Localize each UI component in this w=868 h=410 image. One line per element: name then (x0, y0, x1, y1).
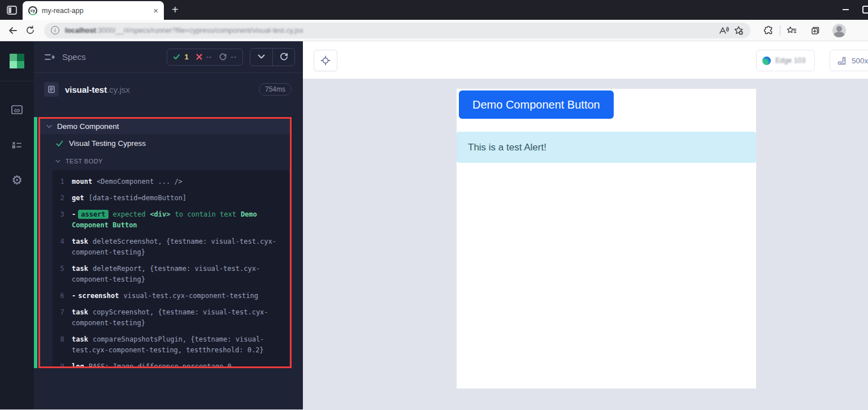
test-stats: 1 -- -- (167, 49, 243, 66)
suite-header[interactable]: Demo Component (40, 119, 290, 134)
command-row[interactable]: 2 get[data-testid=demoButton] (53, 193, 284, 204)
test-alert: This is a test Alert! (457, 132, 756, 163)
site-info-icon[interactable]: i (51, 26, 59, 34)
command-row[interactable]: 9 logPASS: Image difference percentage 0 (53, 361, 284, 368)
profile-avatar[interactable] (832, 24, 846, 37)
app-under-test-viewport: Demo Component Button This is a test Ale… (457, 89, 756, 389)
settings-gear-icon[interactable]: ⚙ (11, 173, 23, 187)
demo-component-button[interactable]: Demo Component Button (459, 90, 614, 119)
command-segment: log (72, 362, 84, 368)
read-aloud-icon[interactable] (717, 23, 731, 38)
window-control-partial-icon[interactable] (862, 6, 868, 14)
specs-header-buttons (250, 48, 295, 66)
command-line-number: 8 (53, 334, 72, 356)
command-content: get[data-testid=demoButton] (72, 193, 284, 204)
command-segment: deleteScreenshot, {testname: visual-test… (72, 238, 276, 256)
favorites-icon[interactable] (784, 23, 800, 38)
spec-file-ext: .cy.jsx (107, 85, 130, 94)
cypress-app: ⚙ Specs 1 -- -- (0, 41, 868, 409)
command-segment: <div> (150, 210, 170, 218)
command-segment: - (72, 292, 76, 300)
command-segment: get (72, 194, 84, 202)
close-tab-icon[interactable]: × (153, 6, 158, 15)
specs-title: Specs (62, 52, 86, 62)
command-content: mount<DemoComponent ... /> (72, 176, 284, 187)
command-line-number: 3 (53, 209, 72, 231)
command-segment: task (72, 265, 88, 273)
command-segment: screenshot (78, 292, 119, 300)
command-row[interactable]: 4 taskdeleteScreenshot, {testname: visua… (53, 236, 284, 258)
command-row[interactable]: 8 taskcompareSnapshotsPlugin, {testname:… (53, 334, 284, 356)
command-segment: to contain text (175, 210, 236, 218)
command-content: taskcopyScreenshot, {testname: visual-te… (72, 307, 284, 329)
pending-count: -- (231, 53, 237, 61)
test-body-label: TEST BODY (66, 158, 103, 165)
annotation-box: Demo Component Visual Testing Cypress TE… (38, 117, 292, 368)
failed-count: -- (206, 53, 212, 61)
command-row[interactable]: 1 mount<DemoComponent ... /> (53, 176, 284, 187)
command-line-number: 6 (53, 291, 72, 301)
passed-count: 1 (184, 53, 188, 61)
command-segment: task (72, 308, 88, 316)
edge-browser-icon (762, 57, 771, 65)
browser-tab-bar: cy my-react-app × + (0, 0, 868, 20)
minimize-window-icon[interactable] (843, 9, 849, 10)
command-segment: - (72, 210, 76, 218)
toolbar-divider (780, 25, 780, 36)
viewport-size-button[interactable]: 500x (830, 50, 868, 71)
passed-check-icon (173, 53, 180, 61)
browser-select-dropdown[interactable]: Edge 103 (756, 50, 815, 71)
rerun-button[interactable] (272, 49, 294, 66)
command-segment: copyScreenshot, {testname: visual-test.c… (72, 308, 268, 327)
chevron-down-icon (55, 159, 60, 163)
command-segment: compareSnapshotsPlugin, {testname: visua… (72, 335, 264, 354)
test-row[interactable]: Visual Testing Cypress (40, 134, 290, 153)
selector-playground-button[interactable] (314, 50, 337, 71)
command-content: logPASS: Image difference percentage 0 (72, 361, 284, 368)
new-tab-button[interactable]: + (172, 3, 179, 16)
refresh-icon[interactable] (21, 22, 38, 39)
sidebar-divider (0, 81, 34, 81)
stage: Edge 103 500x Demo Component Button This… (303, 41, 868, 409)
collapse-sidebar-icon[interactable] (44, 53, 55, 62)
command-segment: task (72, 335, 88, 343)
url-text: localhost:3000/__/#/specs/runner?file=cy… (65, 27, 717, 34)
cypress-logo-icon[interactable] (10, 54, 24, 68)
command-row[interactable]: 6 -screenshotvisual-test.cyx-component-t… (53, 291, 284, 301)
collapse-all-button[interactable] (250, 49, 272, 66)
viewport-size-label: 500x (852, 57, 868, 65)
browser-select-label: Edge 103 (775, 57, 806, 64)
command-content: -assertexpected<div>to contain textDemo … (72, 209, 284, 231)
app-sidebar: ⚙ (0, 41, 34, 409)
command-segment: <DemoComponent ... /> (97, 178, 183, 185)
tab-title: my-react-app (42, 7, 149, 15)
browser-window: cy my-react-app × + i localhost:3000/__/… (0, 0, 868, 410)
command-row[interactable]: 3 -assertexpected<div>to contain textDem… (53, 209, 284, 231)
failed-x-icon (196, 54, 202, 60)
command-log: 1 mount<DemoComponent ... /> 2 get[data-… (53, 170, 289, 368)
sidebar-item-runs[interactable] (10, 138, 24, 152)
command-content: -screenshotvisual-test.cyx-component-tes… (72, 291, 284, 301)
sidebar-item-specs[interactable] (10, 103, 24, 116)
command-segment: [data-testid=demoButton] (89, 194, 186, 202)
command-row[interactable]: 7 taskcopyScreenshot, {testname: visual-… (53, 307, 284, 329)
address-bar[interactable]: i localhost:3000/__/#/specs/runner?file=… (44, 23, 750, 38)
add-favorite-icon[interactable] (731, 23, 746, 38)
back-icon[interactable] (5, 22, 21, 39)
command-content: taskdeleteScreenshot, {testname: visual-… (72, 236, 284, 258)
command-segment: deleteReport, {testname: visual-test.cyx… (72, 265, 260, 283)
spec-file-row[interactable]: visual-test .cy.jsx 754ms (34, 73, 303, 106)
workspaces-icon[interactable] (6, 4, 18, 16)
command-line-number: 4 (53, 236, 72, 258)
test-body-section[interactable]: TEST BODY (40, 153, 290, 169)
command-row[interactable]: 5 taskdeleteReport, {testname: visual-te… (53, 264, 284, 285)
spec-file-icon (44, 82, 59, 97)
extensions-icon[interactable] (761, 23, 776, 38)
cypress-favicon-icon: cy (28, 6, 37, 15)
command-segment: visual-test.cyx-component-testing (123, 292, 258, 300)
chevron-down-icon (46, 124, 52, 128)
browser-tab[interactable]: cy my-react-app × (23, 1, 164, 20)
pass-indicator-strip (34, 117, 37, 368)
command-line-number: 2 (53, 193, 72, 204)
collections-icon[interactable] (808, 23, 823, 38)
